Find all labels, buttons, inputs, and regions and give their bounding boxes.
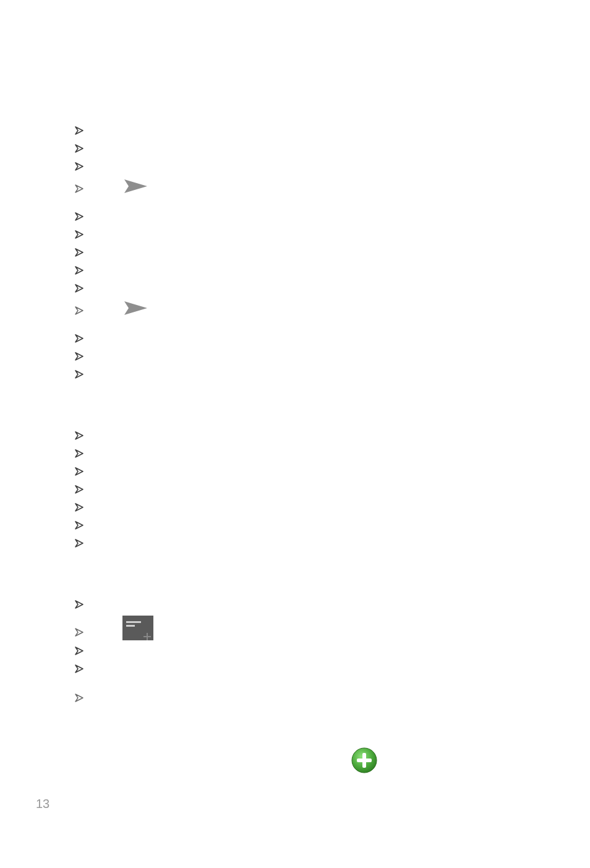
arrow-bullet-icon (74, 599, 85, 610)
bullet-list-item (74, 483, 528, 495)
bullet-with-card-add-icon (74, 616, 528, 640)
bullet-list-item (74, 465, 528, 477)
page-number: 13 (36, 797, 49, 811)
bullet-list-item (74, 429, 528, 441)
bullet-list-item (74, 501, 528, 513)
arrow-bullet-icon (74, 448, 85, 459)
arrow-bullet-icon (74, 283, 85, 294)
arrow-bullet-icon (74, 333, 85, 344)
arrow-bullet-icon (74, 484, 85, 495)
bullet-list-item (74, 518, 528, 531)
arrow-bullet-icon (74, 143, 85, 154)
bullet-list-item (74, 160, 528, 172)
bullet-list-item (74, 691, 528, 703)
bullet-list-item (74, 124, 528, 136)
bullet-list-item (74, 246, 528, 258)
document-page: 13 (0, 0, 590, 868)
arrow-bullet-icon (74, 125, 85, 136)
add-plus-circle-icon (351, 747, 378, 774)
arrow-bullet-icon (74, 369, 85, 380)
arrow-bullet-icon (74, 211, 85, 222)
bullet-list-item (74, 536, 528, 549)
bullet-list-item (74, 367, 528, 380)
arrow-bullet-icon (74, 538, 85, 549)
send-icon (122, 299, 150, 317)
arrow-bullet-icon (74, 351, 85, 362)
bullet-list-item (74, 332, 528, 344)
arrow-bullet-icon (74, 663, 85, 674)
arrow-bullet-icon (74, 520, 85, 531)
arrow-bullet-icon (74, 502, 85, 513)
bullet-with-send-icon (74, 299, 528, 317)
arrow-bullet-icon (74, 229, 85, 240)
bullet-list-container (74, 124, 528, 703)
bullet-list-item (74, 228, 528, 240)
bullet-list-item (74, 447, 528, 459)
arrow-bullet-icon (74, 466, 85, 477)
arrow-bullet-icon (74, 161, 85, 172)
bullet-list-item (74, 598, 528, 610)
bullet-list-item (74, 350, 528, 362)
bullet-with-send-icon (74, 178, 528, 195)
bullet-list-item (74, 210, 528, 222)
arrow-bullet-icon (74, 265, 85, 276)
arrow-bullet-icon (74, 305, 85, 316)
arrow-bullet-icon (74, 247, 85, 258)
card-add-icon (122, 616, 153, 640)
arrow-bullet-icon (74, 183, 85, 194)
arrow-bullet-icon (74, 627, 85, 638)
bullet-list-item (74, 644, 528, 656)
arrow-bullet-icon (74, 645, 85, 656)
svg-rect-2 (362, 753, 366, 768)
send-icon (122, 178, 150, 195)
bullet-list-item (74, 142, 528, 154)
bullet-list-item (74, 264, 528, 276)
arrow-bullet-icon (74, 692, 85, 703)
arrow-bullet-icon (74, 430, 85, 441)
bullet-list-item (74, 662, 528, 674)
bullet-list-item (74, 281, 528, 294)
